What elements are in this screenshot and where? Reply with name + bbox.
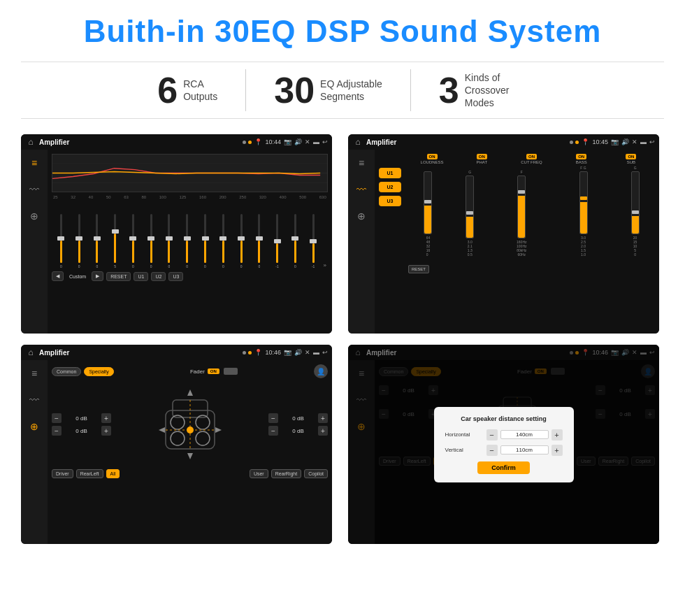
eq-slider-col: 0 <box>71 214 87 268</box>
db-plus-2[interactable]: + <box>101 426 111 436</box>
dialog-screenshot: ⌂ Amplifier 📍 10:46 📷 🔊 ✕ ▬ ↩ ≡ 〰 ⊕ <box>348 345 659 544</box>
cutfreq-label: CUT FREQ <box>521 160 542 164</box>
crossover-screenshot: ⌂ Amplifier 📍 10:45 📷 🔊 ✕ ▬ ↩ ≡ 〰 ⊕ <box>348 134 659 334</box>
bass-label: BASS <box>576 160 587 164</box>
eq-slider-col: 0 <box>143 214 159 268</box>
bass-vals: 3.02.52.01.51.0 <box>581 236 586 257</box>
crossover-sidebar-eq-icon[interactable]: ≡ <box>352 154 370 172</box>
eq-slider-col: 0 <box>233 214 250 268</box>
fader-sidebar-eq-icon[interactable]: ≡ <box>25 364 43 382</box>
db-minus-1[interactable]: − <box>52 413 62 423</box>
back-icon-3[interactable]: ↩ <box>322 349 328 356</box>
db-plus-1[interactable]: + <box>101 413 111 423</box>
db-minus-3[interactable]: − <box>268 413 278 423</box>
stat-rca-number: 6 <box>157 72 178 108</box>
stat-eq-label: EQ AdjustableSegments <box>320 78 382 103</box>
fader-mode-row: Common Specialty Fader ON 👤 <box>52 364 328 378</box>
back-icon[interactable]: ↩ <box>322 138 328 145</box>
crossover-sidebar-wave-icon[interactable]: 〰 <box>352 180 370 199</box>
eq-slider-col: 0 <box>161 214 178 268</box>
crossover-reset-btn[interactable]: RESET <box>408 265 429 273</box>
rearright-btn[interactable]: RearRight <box>271 469 302 478</box>
preset-u3-btn[interactable]: U3 <box>379 196 401 206</box>
all-btn[interactable]: All <box>106 469 120 478</box>
sub-on-badge[interactable]: ON <box>626 154 636 159</box>
bass-slider-col: F G 3.02.52.01.51.0 <box>554 166 613 257</box>
ch-sub: ON SUB <box>607 154 655 164</box>
confirm-button[interactable]: Confirm <box>477 461 530 474</box>
crossover-sidebar-volume-icon[interactable]: ⊕ <box>352 207 370 225</box>
cutfreq-slider[interactable] <box>517 176 526 238</box>
svg-marker-12 <box>187 389 193 396</box>
copilot-btn[interactable]: Copilot <box>304 469 328 478</box>
db-minus-4[interactable]: − <box>268 426 278 436</box>
phat-slider[interactable] <box>466 176 474 238</box>
phat-on-badge[interactable]: ON <box>477 154 487 159</box>
home-icon-2[interactable]: ⌂ <box>352 136 363 148</box>
fader-sidebar-wave-icon[interactable]: 〰 <box>25 391 43 409</box>
fader-sidebar: ≡ 〰 ⊕ <box>21 360 48 544</box>
bass-slider[interactable] <box>579 171 588 234</box>
cutfreq-on-badge[interactable]: ON <box>526 154 537 159</box>
eq-slider-col: 0 <box>53 214 69 268</box>
svg-marker-14 <box>159 427 165 433</box>
eq-main: 253240506380100125160200250320400500630 … <box>48 150 332 334</box>
phat-slider-col: G 3.02.11.30.5 <box>450 166 490 257</box>
status-dot-4 <box>575 141 579 144</box>
driver-btn[interactable]: Driver <box>52 469 73 478</box>
vertical-plus-btn[interactable]: + <box>551 445 563 456</box>
status-dot-3 <box>570 141 573 144</box>
home-icon-3[interactable]: ⌂ <box>25 347 36 358</box>
eq-status-indicators <box>243 141 252 144</box>
back-icon-2[interactable]: ↩ <box>649 138 655 145</box>
eq-u1-btn[interactable]: U1 <box>134 272 148 281</box>
preset-u1-btn[interactable]: U1 <box>379 168 401 178</box>
fader-on-toggle[interactable]: ON <box>208 368 219 374</box>
fader-profile-icon[interactable]: 👤 <box>314 364 328 378</box>
crossover-sliders-area: 644832160 G 3.02.11.30.5 <box>408 166 655 257</box>
fader-toggle-graphic[interactable] <box>224 368 238 375</box>
vertical-label: Vertical <box>445 447 484 453</box>
bass-labels: F G <box>580 166 586 170</box>
common-mode-btn[interactable]: Common <box>52 367 81 376</box>
eq-slider-col: 0 <box>89 214 106 268</box>
car-diagram <box>114 382 266 466</box>
eq-sidebar: ≡ 〰 ⊕ <box>21 150 48 334</box>
db-plus-3[interactable]: + <box>318 413 328 423</box>
eq-u3-btn[interactable]: U3 <box>168 272 183 281</box>
speaker-icon-2: 🔊 <box>621 138 629 145</box>
horizontal-plus-btn[interactable]: + <box>551 429 563 440</box>
vertical-minus-btn[interactable]: − <box>486 445 498 456</box>
user-btn[interactable]: User <box>250 469 268 478</box>
horizontal-value: 140cm <box>500 430 549 439</box>
sub-vals: 20151050 <box>633 236 637 257</box>
stats-row: 6 RCAOutputs 30 EQ AdjustableSegments 3 … <box>21 62 664 119</box>
fader-sidebar-volume-icon[interactable]: ⊕ <box>25 417 43 436</box>
fader-app-name: Amplifier <box>39 349 240 357</box>
db-value-1: 0 dB <box>64 415 99 422</box>
eq-sidebar-wave-icon[interactable]: 〰 <box>25 180 43 199</box>
home-icon[interactable]: ⌂ <box>25 136 36 148</box>
specialty-mode-btn[interactable]: Specialty <box>84 367 113 376</box>
db-minus-2[interactable]: − <box>52 426 62 436</box>
eq-next-icon[interactable]: » <box>324 262 326 268</box>
loudness-on-badge[interactable]: ON <box>427 154 438 159</box>
eq-reset-btn[interactable]: RESET <box>106 272 131 281</box>
eq-screenshot: ⌂ Amplifier 📍 10:44 📷 🔊 ✕ ▬ ↩ ≡ 〰 ⊕ <box>21 134 332 334</box>
eq-play-btn[interactable]: ▶ <box>92 271 103 281</box>
crossover-main: U1 U2 U3 ON LOUDNESS ON <box>375 150 659 334</box>
loudness-slider[interactable] <box>424 171 432 234</box>
db-plus-4[interactable]: + <box>318 426 328 436</box>
preset-u2-btn[interactable]: U2 <box>379 182 401 192</box>
sub-slider[interactable] <box>631 171 640 234</box>
eq-sidebar-eq-icon[interactable]: ≡ <box>25 154 43 172</box>
eq-u2-btn[interactable]: U2 <box>151 272 166 281</box>
eq-prev-btn[interactable]: ◀ <box>52 271 64 281</box>
bass-fill <box>580 202 587 234</box>
eq-sidebar-volume-icon[interactable]: ⊕ <box>25 207 43 225</box>
phat-label: PHAT <box>477 160 488 164</box>
crossover-presets: U1 U2 U3 <box>379 154 401 329</box>
horizontal-minus-btn[interactable]: − <box>486 429 498 440</box>
bass-on-badge[interactable]: ON <box>576 154 586 159</box>
rearleft-btn[interactable]: RearLeft <box>76 469 103 478</box>
